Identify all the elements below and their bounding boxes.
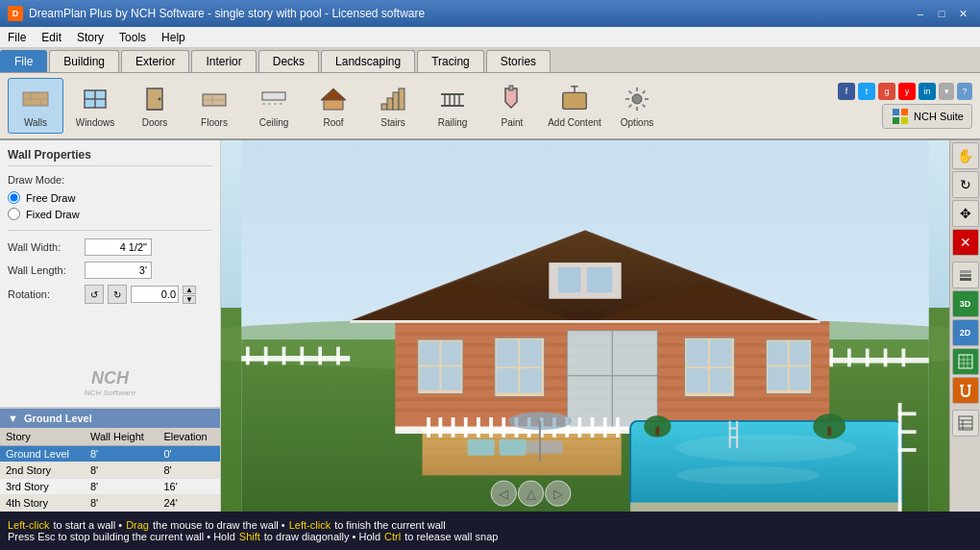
help-icon[interactable]: ? xyxy=(957,83,972,100)
svg-rect-16 xyxy=(381,104,387,110)
story-elev-ground: 0' xyxy=(158,446,220,462)
status-text-2a: Press Esc to stop building the current w… xyxy=(8,531,235,542)
menu-story[interactable]: Story xyxy=(69,29,111,46)
main-row: Wall Properties Draw Mode: Free Draw Fix… xyxy=(0,140,980,512)
tool-windows[interactable]: Windows xyxy=(67,78,123,134)
menu-help[interactable]: Help xyxy=(154,29,193,46)
tool-add-content[interactable]: Add Content xyxy=(544,78,605,134)
menu-edit[interactable]: Edit xyxy=(34,29,69,46)
svg-rect-15 xyxy=(324,100,343,110)
story-name-2nd: 2nd Story xyxy=(0,462,85,479)
twitter-icon[interactable]: t xyxy=(858,83,875,100)
view3d-button[interactable]: 3D xyxy=(952,290,979,317)
magnet-button[interactable] xyxy=(952,377,979,404)
rotation-up-button[interactable]: ▲ xyxy=(183,286,196,294)
svg-rect-17 xyxy=(387,98,393,110)
linkedin-icon[interactable]: in xyxy=(919,83,936,100)
tool-floors[interactable]: Floors xyxy=(186,78,242,134)
layers-button[interactable] xyxy=(952,262,979,288)
svg-rect-31 xyxy=(893,109,899,115)
svg-rect-32 xyxy=(901,109,908,115)
svg-rect-113 xyxy=(427,417,430,438)
rotation-ccw-button[interactable]: ↺ xyxy=(85,285,104,304)
svg-rect-79 xyxy=(497,368,519,392)
nch-suite-button[interactable]: NCH Suite xyxy=(882,104,972,129)
tool-railing[interactable]: Railing xyxy=(425,78,480,134)
tool-stairs[interactable]: Stairs xyxy=(365,78,421,134)
free-draw-radio[interactable] xyxy=(8,191,20,204)
toolbar: Walls Windows Doors Floors Ceiling Roof xyxy=(0,73,980,140)
table-button[interactable] xyxy=(952,410,979,437)
collapse-icon[interactable]: ▼ xyxy=(8,412,18,424)
rotation-down-button[interactable]: ▼ xyxy=(183,295,196,304)
facebook-icon[interactable]: f xyxy=(838,83,855,100)
tab-landscaping[interactable]: Landscaping xyxy=(321,50,415,72)
tab-decks[interactable]: Decks xyxy=(258,50,319,72)
tab-tracing[interactable]: Tracing xyxy=(417,50,484,72)
doors-icon xyxy=(139,84,170,114)
story-row-4th[interactable]: 4th Story 8' 24' xyxy=(0,495,220,512)
svg-rect-147 xyxy=(959,355,972,368)
story-row-3rd[interactable]: 3rd Story 8' 16' xyxy=(0,479,220,495)
svg-rect-77 xyxy=(497,339,519,366)
close-button[interactable]: ✕ xyxy=(953,6,972,21)
svg-rect-119 xyxy=(502,417,505,438)
menu-tools[interactable]: Tools xyxy=(111,29,154,46)
grid-button[interactable] xyxy=(952,348,979,375)
tool-roof[interactable]: Roof xyxy=(306,78,361,134)
tool-options[interactable]: Options xyxy=(609,78,665,134)
tool-stairs-label: Stairs xyxy=(380,117,405,128)
wall-length-input[interactable]: 3' xyxy=(85,262,152,279)
rotation-cw-button[interactable]: ↻ xyxy=(108,285,127,304)
menu-file[interactable]: File xyxy=(0,29,34,46)
maximize-button[interactable]: □ xyxy=(932,6,951,21)
svg-rect-131 xyxy=(527,441,563,454)
right-toolbar: ✋ ↻ ✥ ✕ 3D 2D xyxy=(949,140,980,512)
tab-building[interactable]: Building xyxy=(49,50,119,72)
roof-icon xyxy=(318,84,349,114)
reset-button[interactable]: ✕ xyxy=(952,229,979,256)
youtube-icon[interactable]: y xyxy=(898,83,916,100)
social-icons: f t g y in ▾ ? xyxy=(838,83,972,100)
svg-rect-78 xyxy=(520,339,542,366)
story-row-ground[interactable]: Ground Level 8' 0' xyxy=(0,446,220,462)
nch-logo: NCH NCH Software xyxy=(0,359,220,407)
pan-button[interactable]: ✥ xyxy=(952,200,979,227)
tab-exterior[interactable]: Exterior xyxy=(121,50,189,72)
wall-length-label: Wall Length: xyxy=(8,264,85,276)
svg-rect-73 xyxy=(441,341,461,364)
free-draw-option[interactable]: Free Draw xyxy=(8,191,212,204)
tab-stories[interactable]: Stories xyxy=(486,50,551,72)
svg-rect-80 xyxy=(520,368,542,392)
story-name-4th: 4th Story xyxy=(0,495,85,512)
minimize-button[interactable]: – xyxy=(911,6,930,21)
view2d-button[interactable]: 2D xyxy=(952,319,979,346)
svg-rect-72 xyxy=(420,341,440,364)
hand-tool-button[interactable]: ✋ xyxy=(952,142,979,169)
svg-rect-127 xyxy=(603,417,607,438)
fixed-draw-radio[interactable] xyxy=(8,208,20,220)
tab-file[interactable]: File xyxy=(0,50,47,72)
rotation-input[interactable]: 0.0 xyxy=(131,286,179,303)
status-text-1c: to finish the current wall xyxy=(334,519,446,531)
tool-ceiling[interactable]: Ceiling xyxy=(246,78,302,134)
svg-rect-18 xyxy=(393,92,399,110)
tool-doors[interactable]: Doors xyxy=(127,78,183,134)
googleplus-icon[interactable]: g xyxy=(878,83,895,100)
viewport[interactable]: ◁ △ ▷ xyxy=(221,140,949,512)
svg-rect-26 xyxy=(509,86,513,90)
status-text-1b: the mouse to draw the wall • xyxy=(153,519,285,531)
svg-text:▷: ▷ xyxy=(553,487,563,501)
more-icon[interactable]: ▾ xyxy=(939,83,954,100)
orbit-button[interactable]: ↻ xyxy=(952,171,979,198)
ground-level-panel: ▼ Ground Level Story Wall Height Elevati… xyxy=(0,407,220,512)
svg-rect-51 xyxy=(318,347,322,365)
story-row-2nd[interactable]: 2nd Story 8' 8' xyxy=(0,462,220,479)
fixed-draw-option[interactable]: Fixed Draw xyxy=(8,208,212,220)
tab-interior[interactable]: Interior xyxy=(191,50,256,72)
tool-paint[interactable]: Paint xyxy=(484,78,540,134)
wall-width-input[interactable]: 4 1/2" xyxy=(85,238,152,256)
tool-railing-label: Railing xyxy=(438,117,468,128)
tab-bar: File Building Exterior Interior Decks La… xyxy=(0,48,980,73)
tool-walls[interactable]: Walls xyxy=(8,78,63,134)
